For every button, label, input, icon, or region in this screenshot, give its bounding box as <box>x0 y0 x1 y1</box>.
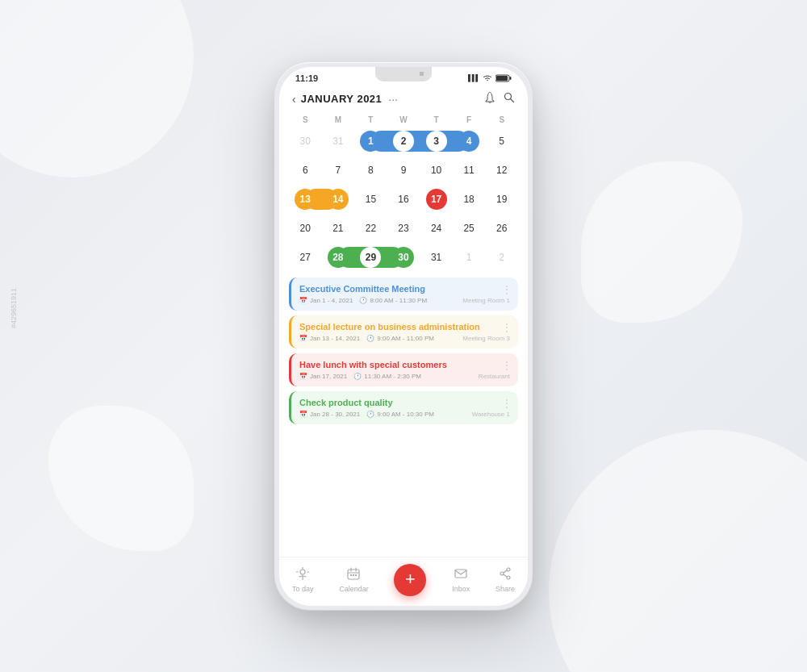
day-28[interactable]: 28 <box>322 244 355 271</box>
calendar-row-3: 13 14 15 16 17 18 19 <box>289 186 518 213</box>
day-16[interactable]: 16 <box>387 186 420 213</box>
day-header-fri: F <box>453 114 486 126</box>
phone-frame: 11:19 ▌▌▌ <box>274 62 533 611</box>
day-25[interactable]: 25 <box>453 215 486 242</box>
event-title-1: Executive Committee Meeting <box>299 284 510 294</box>
day-10[interactable]: 10 <box>420 157 453 184</box>
svg-rect-16 <box>355 574 357 576</box>
day-26[interactable]: 26 <box>485 215 518 242</box>
nav-inbox[interactable]: Inbox <box>452 567 470 593</box>
day-13[interactable]: 13 <box>289 186 322 213</box>
day-header-tue: T <box>354 114 387 126</box>
day-27[interactable]: 27 <box>289 244 322 271</box>
search-icon[interactable] <box>504 92 515 106</box>
event-location-1: Meeting Room 1 <box>462 297 510 304</box>
day-1[interactable]: 1 <box>354 127 387 155</box>
event-menu-icon-4[interactable]: ⋮ <box>502 398 512 409</box>
day-header-thu: T <box>420 114 453 126</box>
calendar-row-5: 27 28 29 30 31 <box>289 244 518 271</box>
event-details-1: 📅 Jan 1 - 4, 2021 🕐 8:00 AM - 11:30 PM M… <box>299 297 510 304</box>
event-title-3: Have lunch with special customers <box>299 360 510 369</box>
day-30[interactable]: 30 <box>387 244 420 271</box>
day-9[interactable]: 9 <box>387 157 420 184</box>
event-title-4: Check product quality <box>299 398 510 407</box>
svg-rect-14 <box>350 574 352 576</box>
day-14[interactable]: 14 <box>322 186 355 213</box>
day-29[interactable]: 29 <box>354 244 387 271</box>
watermark: #429651911 <box>10 288 18 328</box>
day-5[interactable]: 5 <box>485 127 518 155</box>
event-menu-icon-1[interactable]: ⋮ <box>502 284 512 295</box>
event-menu-icon-2[interactable]: ⋮ <box>502 322 512 333</box>
day-31[interactable]: 31 <box>420 244 453 271</box>
app-content: ‹ JANUARY 2021 ··· <box>279 86 528 557</box>
day-23[interactable]: 23 <box>387 215 420 242</box>
day-6[interactable]: 6 <box>289 157 322 184</box>
nav-today[interactable]: To day <box>292 567 314 593</box>
bg-decoration-4 <box>48 406 194 551</box>
day-11[interactable]: 11 <box>453 157 486 184</box>
svg-rect-17 <box>455 570 466 578</box>
day-2[interactable]: 2 <box>387 127 420 155</box>
notification-icon[interactable] <box>484 91 495 107</box>
day-24[interactable]: 24 <box>420 215 453 242</box>
svg-line-22 <box>504 574 507 577</box>
svg-point-20 <box>507 576 510 579</box>
event-location-4: Warehouse 1 <box>472 411 510 418</box>
event-card-executive-meeting[interactable]: ⋮ Executive Committee Meeting 📅 Jan 1 - … <box>289 278 518 311</box>
event-location-2: Meeting Room 3 <box>462 335 510 342</box>
day-headers: S M T W T F S <box>289 114 518 126</box>
nav-share[interactable]: Share <box>495 567 515 593</box>
day-1-next[interactable]: 1 <box>453 244 486 271</box>
clock-icon-1: 🕐 <box>359 297 367 304</box>
nav-calendar-label: Calendar <box>339 585 369 593</box>
status-time: 11:19 <box>295 73 318 83</box>
clock-icon-3: 🕐 <box>353 373 362 380</box>
header-menu-icon[interactable]: ··· <box>388 93 398 106</box>
day-19[interactable]: 19 <box>485 186 518 213</box>
nav-inbox-label: Inbox <box>452 585 470 593</box>
day-31-prev[interactable]: 31 <box>322 127 355 155</box>
event-date-1: 📅 Jan 1 - 4, 2021 <box>299 297 353 304</box>
day-15[interactable]: 15 <box>354 186 387 213</box>
day-3[interactable]: 3 <box>420 127 453 155</box>
calendar-grid: S M T W T F S 30 31 <box>279 114 528 271</box>
event-details-4: 📅 Jan 28 - 30, 2021 🕐 9:00 AM - 10:30 PM… <box>299 411 510 418</box>
month-title: JANUARY 2021 <box>301 93 383 105</box>
day-21[interactable]: 21 <box>322 215 355 242</box>
share-icon <box>499 567 512 583</box>
calendar-icon-4: 📅 <box>299 411 307 418</box>
bg-decoration-2 <box>549 430 807 672</box>
svg-line-21 <box>504 570 507 573</box>
day-18[interactable]: 18 <box>453 186 486 213</box>
bg-decoration-1 <box>0 0 194 177</box>
svg-rect-1 <box>510 77 512 80</box>
event-time-2: 🕐 9:00 AM - 11:00 PM <box>366 335 434 342</box>
phone-screen: 11:19 ▌▌▌ <box>279 67 528 606</box>
nav-share-label: Share <box>495 585 515 593</box>
day-30-prev[interactable]: 30 <box>289 127 322 155</box>
notch-camera <box>420 72 424 76</box>
event-card-lecture[interactable]: ⋮ Special lecture on business administra… <box>289 315 518 349</box>
day-12[interactable]: 12 <box>485 157 518 184</box>
back-button[interactable]: ‹ <box>292 93 296 106</box>
day-22[interactable]: 22 <box>354 215 387 242</box>
day-20[interactable]: 20 <box>289 215 322 242</box>
day-2-next[interactable]: 2 <box>485 244 518 271</box>
event-menu-icon-3[interactable]: ⋮ <box>502 360 512 371</box>
event-card-lunch[interactable]: ⋮ Have lunch with special customers 📅 Ja… <box>289 353 518 386</box>
day-17[interactable]: 17 <box>420 186 453 213</box>
nav-add-button[interactable]: + <box>394 564 426 596</box>
calendar-row-2: 6 7 8 9 10 11 12 <box>289 157 518 184</box>
day-8[interactable]: 8 <box>354 157 387 184</box>
nav-calendar[interactable]: Calendar <box>339 567 369 593</box>
day-7[interactable]: 7 <box>322 157 355 184</box>
event-card-quality[interactable]: ⋮ Check product quality 📅 Jan 28 - 30, 2… <box>289 391 518 424</box>
day-4[interactable]: 4 <box>453 127 486 155</box>
svg-rect-2 <box>496 76 508 81</box>
clock-icon-4: 🕐 <box>366 411 374 418</box>
event-location-3: Restaurant <box>479 373 510 380</box>
day-header-sat: S <box>485 114 518 126</box>
add-icon: + <box>405 570 416 588</box>
event-time-3: 🕐 11:30 AM - 2:30 PM <box>353 373 421 380</box>
